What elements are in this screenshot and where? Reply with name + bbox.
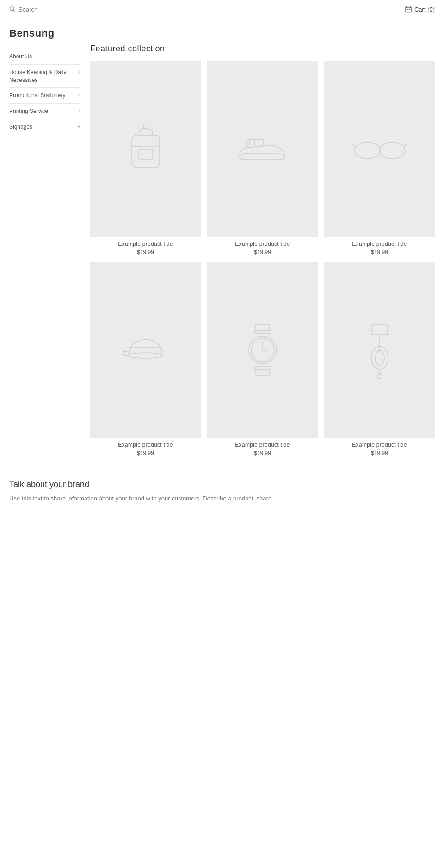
svg-rect-21: [372, 325, 388, 335]
brand-title: Bensung: [0, 19, 444, 44]
svg-point-8: [379, 142, 405, 159]
sidebar: About Us House Keeping & Daily Necessiti…: [9, 44, 81, 466]
product-card-6[interactable]: Example product title $19.99: [324, 262, 435, 456]
svg-point-26: [377, 374, 382, 379]
product-image-3: [324, 61, 435, 237]
sidebar-item-printing[interactable]: Printing Service +: [9, 104, 81, 119]
sidebar-item-housekeeping[interactable]: House Keeping & Daily Necessities +: [9, 65, 81, 88]
sidebar-item-label: Printing Service: [9, 107, 48, 115]
product-image-2: [207, 61, 318, 237]
cart-icon: [405, 6, 412, 13]
product-price-2: $19.99: [207, 249, 318, 256]
brand-section-text: Use this text to share information about…: [9, 494, 435, 504]
sidebar-item-about[interactable]: About Us: [9, 49, 81, 65]
product-title-4: Example product title: [90, 442, 201, 448]
brand-section: Talk about your brand Use this text to s…: [0, 466, 444, 513]
svg-rect-3: [132, 135, 160, 168]
main-layout: About Us House Keeping & Daily Necessiti…: [0, 44, 444, 466]
product-price-1: $19.99: [90, 249, 201, 256]
svg-rect-20: [254, 366, 271, 370]
product-title-2: Example product title: [207, 241, 318, 247]
featured-collection-title: Featured collection: [90, 44, 435, 54]
brand-section-title: Talk about your brand: [9, 480, 435, 489]
product-price-4: $19.99: [90, 450, 201, 456]
product-image-4: [90, 262, 201, 438]
svg-rect-5: [139, 149, 153, 159]
svg-line-10: [404, 144, 408, 146]
product-price-3: $19.99: [324, 249, 435, 256]
svg-line-9: [351, 144, 354, 146]
svg-point-7: [354, 142, 380, 159]
product-title-6: Example product title: [324, 442, 435, 448]
svg-line-1: [13, 10, 15, 12]
product-title-3: Example product title: [324, 241, 435, 247]
product-card-5[interactable]: Example product title $19.99: [207, 262, 318, 456]
sidebar-item-label: Promotional Stationery: [9, 92, 65, 100]
product-card-2[interactable]: Example product title $19.99: [207, 61, 318, 256]
product-card-3[interactable]: Example product title $19.99: [324, 61, 435, 256]
expand-icon: +: [77, 69, 81, 75]
sidebar-item-label: About Us: [9, 53, 32, 61]
product-card-4[interactable]: Example product title $19.99: [90, 262, 201, 456]
product-price-5: $19.99: [207, 450, 318, 456]
main-content: Featured collection Example product titl…: [90, 44, 435, 466]
svg-rect-14: [256, 370, 270, 375]
product-title-5: Example product title: [207, 442, 318, 448]
site-header: Cart (0): [0, 0, 444, 19]
cart-label: Cart (0): [414, 6, 435, 13]
product-image-5: [207, 262, 318, 438]
expand-icon: +: [77, 123, 81, 130]
sidebar-item-label: House Keeping & Daily Necessities: [9, 69, 77, 84]
expand-icon: +: [77, 107, 81, 114]
product-image-1: [90, 61, 201, 237]
svg-point-11: [128, 353, 163, 358]
svg-line-18: [263, 350, 268, 351]
svg-point-0: [10, 7, 14, 11]
product-title-1: Example product title: [90, 241, 201, 247]
sidebar-item-label: Signages: [9, 123, 32, 131]
search-area[interactable]: [9, 6, 92, 13]
product-image-6: [324, 262, 435, 438]
cart-button[interactable]: Cart (0): [405, 6, 435, 13]
search-icon: [9, 6, 16, 12]
svg-rect-13: [256, 325, 270, 330]
product-grid: Example product title $19.99 Ex: [90, 61, 435, 456]
svg-rect-19: [254, 330, 271, 334]
search-input[interactable]: [18, 6, 92, 13]
product-price-6: $19.99: [324, 450, 435, 456]
product-card-1[interactable]: Example product title $19.99: [90, 61, 201, 256]
sidebar-item-signages[interactable]: Signages +: [9, 119, 81, 135]
expand-icon: +: [77, 92, 81, 98]
sidebar-item-stationery[interactable]: Promotional Stationery +: [9, 88, 81, 104]
